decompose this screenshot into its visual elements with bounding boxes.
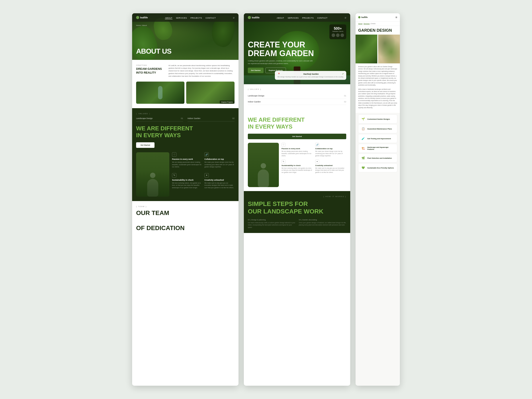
crafting-title: DREAM GARDENS INTO REALITY [136, 67, 165, 75]
link-icon: 🔗 [315, 143, 319, 147]
description-paragraph-2: With a team of dedicated landscape archi… [358, 88, 397, 109]
nav-projects[interactable]: PROJECTS [302, 17, 314, 19]
feature-creativity: ✦ Creativity unleashed We make sure to o… [204, 173, 234, 189]
feature-desc-sustain: We love nurturing nature, one garden at … [172, 182, 202, 189]
maintenance-icon: 📋 [361, 126, 366, 131]
star-icon: ✦ [315, 160, 319, 164]
garden-photo-1 [136, 82, 184, 104]
service-maintenance-plans[interactable]: 📋 Guaranteed Maintenance Plans [358, 124, 397, 133]
breadcrumb-home[interactable]: Home [358, 23, 362, 24]
mobile-images [355, 35, 400, 63]
garden-person-photo [248, 143, 279, 187]
how-it-works-tag: { HOW IT WORKS } [248, 196, 346, 197]
step-decorating: 04 | Garden decorating Once your garden … [299, 219, 346, 229]
feature-desc-passion: We are deeply passionate about creating … [172, 161, 202, 168]
badge-number: 500+ [332, 27, 344, 31]
mobile-logo[interactable]: leaflife [358, 16, 368, 18]
star-icon: ✦ [204, 173, 209, 177]
nav-services[interactable]: SERVICES [288, 17, 298, 19]
garden-description: Enhance your garden's allure with our Ga… [355, 63, 400, 113]
person-body [147, 179, 158, 197]
mobile-panel: leaflife ≡ Home | Services | Details GAR… [355, 13, 400, 386]
breadcrumb-services[interactable]: Services [364, 23, 369, 24]
service-name: Hardscape and Aquascape Features [367, 146, 395, 150]
badge-label: Satisfied Clients [332, 31, 344, 32]
crafting-label: CRAFTING [136, 64, 165, 66]
about-logo[interactable]: leaflife [136, 16, 148, 19]
garden-image-1 [355, 35, 377, 63]
hero-title: CREATE YOUR DREAM GARDEN [248, 40, 346, 58]
garden-design-icon: 🌱 [361, 117, 366, 121]
feature-creativity: ✦ Creativity unleashed We make sure to o… [315, 160, 346, 174]
feature-title: Sustainability in check [282, 165, 313, 166]
team-section: { TEAM } OUR TEAM OF DEDICATION [132, 201, 239, 236]
about-nav: leaflife ABOUT SERVICES PROJECTS CONTACT… [132, 13, 239, 22]
person-silhouette [147, 179, 158, 197]
service-hardscape[interactable]: 🏗️ Hardscape and Aquascape Features [358, 144, 397, 153]
breadcrumb: Home | Services | Details [355, 21, 400, 26]
hamburger-menu-icon[interactable]: ≡ [395, 16, 397, 19]
mobile-page-title: GARDEN DESIGN [355, 26, 400, 35]
values-section: { VALUES } Landscape Design 01 Indoor Ga… [244, 84, 350, 112]
service-plant-selection[interactable]: 🌿 Plant Selection and Installation [358, 154, 397, 163]
get-started-button[interactable]: Get Started [136, 142, 154, 148]
about-crafting-section: CRAFTING DREAM GARDENS INTO REALITY At L… [132, 60, 239, 108]
about-nav-links: ABOUT SERVICES PROJECTS CONTACT [165, 16, 216, 19]
nav-about[interactable]: ABOUT [277, 17, 284, 19]
feature-desc: We are deeply passionate about creating … [282, 150, 313, 157]
nav-about[interactable]: ABOUT [165, 17, 172, 19]
feature-desc: We love nurturing nature, one garden at … [282, 167, 313, 174]
features-grid: ♡ Passion in every work We are deeply pa… [172, 152, 234, 197]
person-head [261, 163, 266, 168]
crafting-left: CRAFTING DREAM GARDENS INTO REALITY [136, 64, 165, 78]
eco-icon: 💚 [361, 165, 366, 170]
different-content-row: ♡ Passion in every work We are deeply pa… [248, 143, 346, 187]
service-item-indoor: Indoor Garden 02 [188, 117, 234, 121]
feature-desc: We make your dream design come true by c… [315, 150, 346, 157]
service-customized-gardens[interactable]: 🌱 Customized Garden Designs [358, 115, 397, 123]
service-eco-friendly[interactable]: 💚 Sustainable Eco-Friendly Options [358, 163, 397, 172]
about-panel: leaflife ABOUT SERVICES PROJECTS CONTACT… [132, 13, 239, 386]
nav-projects[interactable]: PROJECTS [190, 17, 202, 19]
feature-title-passion: Passion in every work [172, 158, 202, 160]
nav-contact[interactable]: CONTACT [205, 17, 216, 19]
step-description: Once your garden design is finalized, ou… [299, 222, 346, 226]
pencil-icon: ✎ [282, 160, 285, 164]
explore-projects-button[interactable]: Explore Projects [265, 68, 286, 73]
steps-section: { HOW IT WORKS } SIMPLE STEPS FOR OUR LA… [244, 191, 350, 233]
step-description: Our team meticulously crafts a custom ga… [248, 222, 295, 229]
feature-sustainability: ✎ Sustainability in check We love nurtur… [282, 160, 313, 174]
nav-services[interactable]: SERVICES [176, 17, 187, 19]
features-grid: ♡ Passion in every work We are deeply pa… [282, 143, 346, 174]
garden-photo-2: Explore Projects [186, 82, 234, 104]
nav-contact[interactable]: CONTACT [317, 17, 327, 19]
main-hero: 500+ Satisfied Clients 📍 Hachioji Garden… [244, 13, 350, 84]
mobile-nav: leaflife ≡ [355, 13, 400, 21]
main-nav-links: ABOUT SERVICES PROJECTS CONTACT [277, 16, 327, 19]
service-soil-testing[interactable]: 🧪 Soil Testing and Improvement [358, 134, 397, 143]
service-indoor: Indoor Garden 02 [248, 99, 346, 105]
soil-icon: 🧪 [361, 136, 366, 141]
badge-circles [332, 33, 344, 37]
service-landscape: Landscape Design 01 [248, 93, 346, 99]
explore-projects-overlay[interactable]: Explore Projects [220, 101, 234, 104]
service-item-landscape: Landscape Design 01 [136, 117, 183, 121]
service-name: Customized Garden Designs [367, 118, 390, 120]
about-photos-grid: Explore Projects [136, 82, 234, 104]
heart-icon: ♡ [172, 152, 177, 157]
feature-sustainability: ✎ Sustainability in check We love nurtur… [172, 173, 202, 189]
crafting-description: At LeafLife, we are passionate about tra… [168, 64, 234, 78]
step-number: 02 | Design & planning [248, 219, 295, 221]
person-silhouette [258, 169, 269, 187]
plant-icon: 🌿 [361, 156, 366, 160]
hero-buttons: Get Started Explore Projects [248, 68, 346, 73]
main-nav: leaflife ABOUT SERVICES PROJECTS CONTACT… [244, 13, 350, 22]
get-started-button-main[interactable]: Get Started [248, 134, 346, 139]
breadcrumb-current: Details [371, 23, 375, 24]
main-logo[interactable]: leaflife [248, 16, 260, 19]
search-icon[interactable]: ⌕ [345, 16, 346, 19]
team-title: OUR TEAM OF DEDICATION [136, 209, 234, 232]
get-started-button[interactable]: Get Started [248, 68, 264, 73]
logo-icon [136, 16, 139, 19]
search-icon[interactable]: ⌕ [233, 16, 234, 19]
